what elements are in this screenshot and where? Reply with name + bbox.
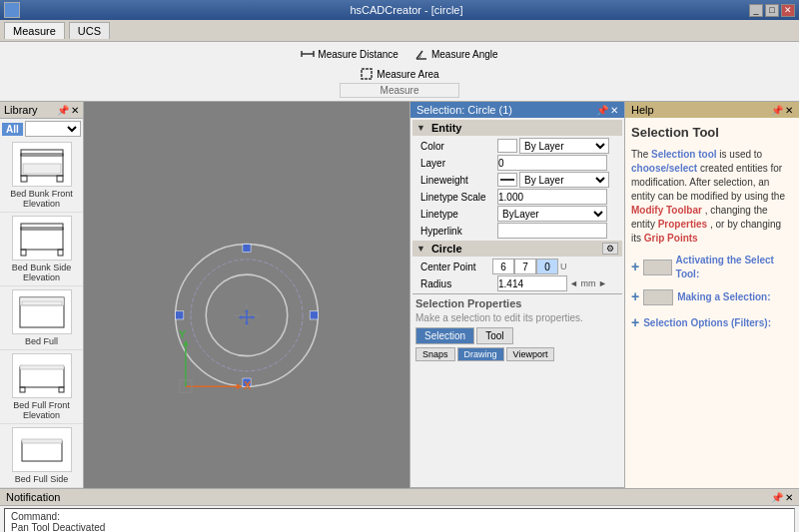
help-link-activate[interactable]: + Activating the Select Tool: bbox=[631, 254, 793, 281]
svg-rect-22 bbox=[22, 441, 62, 461]
svg-rect-20 bbox=[20, 387, 25, 392]
selection-panel-header: Selection: Circle (1) 📌 ✕ bbox=[410, 102, 624, 118]
entity-hyperlink-input[interactable] bbox=[497, 223, 607, 239]
center-point-x[interactable] bbox=[492, 259, 514, 274]
svg-text:Y: Y bbox=[179, 328, 187, 340]
entity-linetypescale-input[interactable] bbox=[497, 189, 607, 205]
notif-line-0: Command: bbox=[11, 511, 788, 522]
entity-collapse-button[interactable]: ▼ bbox=[416, 123, 425, 133]
notif-line-1: Pan Tool Deactivated bbox=[11, 522, 788, 532]
library-panel: Library 📌 ✕ All Bed Bunk Front Elevation bbox=[0, 102, 84, 488]
entity-color-select[interactable]: By Layer bbox=[519, 138, 609, 154]
library-item-bed-full[interactable]: Bed Full bbox=[0, 286, 83, 350]
sel-subtab-drawing[interactable]: Drawing bbox=[457, 347, 504, 361]
canvas-area[interactable]: X Y bbox=[84, 102, 409, 488]
entity-linetype-select[interactable]: ByLayer bbox=[497, 206, 607, 222]
sel-tab-tool[interactable]: Tool bbox=[476, 327, 512, 344]
svg-rect-35 bbox=[243, 245, 251, 253]
entity-color-row: Color By Layer bbox=[412, 138, 622, 154]
help-link-select[interactable]: + Making a Selection: bbox=[631, 287, 793, 307]
help-panel-title: Help bbox=[631, 104, 654, 116]
close-button[interactable]: ✕ bbox=[781, 4, 795, 17]
svg-rect-14 bbox=[58, 250, 63, 256]
library-item-bed-bunk-side[interactable]: Bed Bunk Side Elevation bbox=[0, 213, 83, 286]
entity-hyperlink-row: Hyperlink bbox=[412, 223, 622, 239]
entity-hyperlink-label: Hyperlink bbox=[412, 226, 497, 237]
measure-angle-button[interactable]: Measure Angle bbox=[410, 45, 502, 63]
help-link-options[interactable]: + Selection Options (Filters): bbox=[631, 313, 793, 333]
sel-tabs: Selection Tool bbox=[415, 327, 619, 344]
tab-ucs[interactable]: UCS bbox=[69, 22, 110, 39]
notification-close-icon[interactable]: ✕ bbox=[785, 492, 793, 503]
circle-section-header: ▼ Circle ⚙ bbox=[412, 241, 622, 257]
library-filter-button[interactable]: All bbox=[2, 123, 23, 136]
svg-rect-18 bbox=[20, 367, 64, 387]
help-expand-select: + bbox=[631, 287, 639, 307]
selection-pin-icon[interactable]: 📌 bbox=[596, 105, 608, 116]
library-items: Bed Bunk Front Elevation Bed Bunk Side E… bbox=[0, 139, 83, 488]
selection-close-icon[interactable]: ✕ bbox=[610, 105, 618, 116]
svg-rect-19 bbox=[20, 365, 64, 369]
help-pin-icon[interactable]: 📌 bbox=[771, 105, 783, 116]
help-text: The Selection tool is used to choose/sel… bbox=[631, 148, 793, 246]
sel-tab-selection[interactable]: Selection bbox=[415, 327, 474, 344]
entity-color-swatch[interactable] bbox=[497, 139, 517, 153]
entity-lineweight-label: Lineweight bbox=[412, 175, 497, 186]
library-item-bed-full-front[interactable]: Bed Full Front Elevation bbox=[0, 350, 83, 424]
library-header: Library 📌 ✕ bbox=[0, 102, 83, 119]
entity-layer-row: Layer bbox=[412, 155, 622, 171]
entity-layer-input[interactable] bbox=[497, 155, 607, 171]
notification-pin-icon[interactable]: 📌 bbox=[771, 492, 783, 503]
entity-lineweight-select[interactable]: By Layer bbox=[519, 172, 609, 188]
circle-collapse-button[interactable]: ▼ bbox=[416, 244, 425, 254]
svg-rect-13 bbox=[21, 250, 26, 256]
entity-lineweight-icon bbox=[497, 173, 517, 187]
library-pin-icon[interactable]: 📌 bbox=[57, 105, 69, 116]
measure-angle-icon bbox=[414, 47, 428, 61]
selection-properties-section: Selection Properties Make a selection to… bbox=[412, 293, 622, 364]
library-item-bed-full-side[interactable]: Bed Full Side bbox=[0, 424, 83, 488]
svg-rect-10 bbox=[23, 164, 61, 174]
center-point-label: Center Point bbox=[412, 262, 492, 272]
entity-linetypescale-row: Linetype Scale bbox=[412, 189, 622, 205]
help-link-icon-activate bbox=[643, 260, 671, 275]
library-filter-select[interactable] bbox=[25, 121, 81, 137]
help-close-icon[interactable]: ✕ bbox=[785, 105, 793, 116]
help-content: Selection Tool The Selection tool is use… bbox=[625, 118, 799, 488]
entity-layer-label: Layer bbox=[412, 158, 497, 169]
minimize-button[interactable]: _ bbox=[749, 4, 763, 17]
svg-marker-40 bbox=[237, 383, 242, 389]
selection-panel: Selection: Circle (1) 📌 ✕ ▼ Entity Color bbox=[409, 102, 624, 488]
measure-area-icon bbox=[360, 67, 374, 81]
circle-options-button[interactable]: ⚙ bbox=[602, 243, 618, 255]
restore-button[interactable]: □ bbox=[765, 4, 779, 17]
sel-subtab-viewport[interactable]: Viewport bbox=[506, 347, 555, 361]
svg-rect-9 bbox=[57, 176, 63, 182]
svg-rect-21 bbox=[59, 387, 64, 392]
center-point-z[interactable] bbox=[536, 259, 558, 274]
svg-marker-34 bbox=[252, 315, 255, 319]
entity-lineweight-row: Lineweight By Layer bbox=[412, 172, 622, 188]
notification-title: Notification bbox=[6, 491, 60, 503]
title-bar-controls[interactable]: _ □ ✕ bbox=[749, 4, 795, 17]
circle-section-label: Circle bbox=[431, 243, 462, 255]
measure-area-button[interactable]: Measure Area bbox=[356, 65, 442, 83]
right-panels: Selection: Circle (1) 📌 ✕ ▼ Entity Color bbox=[409, 102, 799, 488]
help-expand-options: + bbox=[631, 313, 639, 333]
svg-rect-11 bbox=[21, 228, 63, 250]
circle-section: ▼ Circle ⚙ Center Point U Radius bbox=[412, 241, 622, 291]
selection-content: ▼ Entity Color By Layer Layer bbox=[410, 118, 624, 487]
sel-subtab-snaps[interactable]: Snaps bbox=[415, 347, 455, 361]
library-item-label-bed-full-front: Bed Full Front Elevation bbox=[3, 400, 80, 420]
library-item-bed-bunk-front[interactable]: Bed Bunk Front Elevation bbox=[0, 139, 83, 213]
tab-measure[interactable]: Measure bbox=[4, 22, 65, 39]
sel-props-hint: Make a selection to edit its properties. bbox=[415, 312, 619, 323]
center-point-y[interactable] bbox=[514, 259, 536, 274]
radius-unit: ◄ mm ► bbox=[567, 278, 607, 288]
radius-input[interactable] bbox=[497, 275, 567, 291]
library-close-icon[interactable]: ✕ bbox=[71, 105, 79, 116]
help-section-title: Selection Tool bbox=[631, 124, 793, 142]
measure-distance-icon bbox=[301, 47, 315, 61]
svg-marker-32 bbox=[245, 322, 249, 325]
measure-distance-button[interactable]: Measure Distance bbox=[297, 45, 402, 63]
